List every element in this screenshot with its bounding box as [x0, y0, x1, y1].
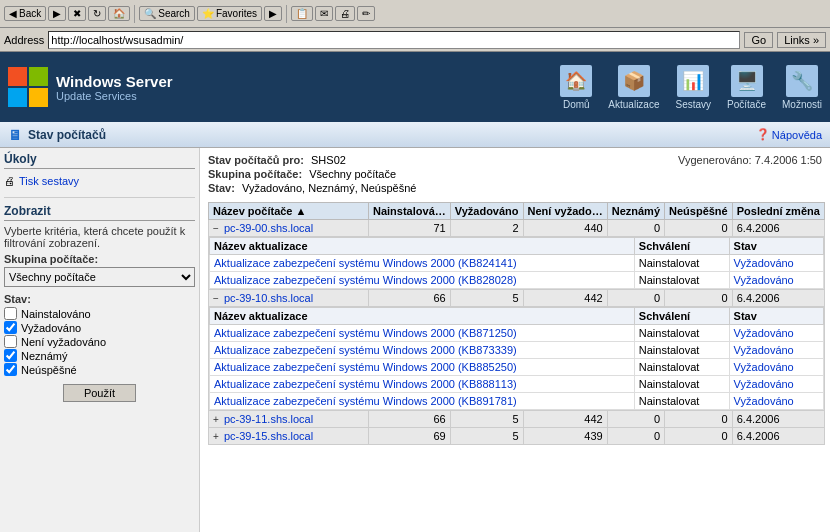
go-button[interactable]: Go: [744, 32, 773, 48]
print-link[interactable]: Tisk sestavy: [19, 175, 79, 187]
group-select[interactable]: Všechny počítače: [4, 267, 195, 287]
links-button[interactable]: Links »: [777, 32, 826, 48]
filter-description: Vyberte kritéria, která chcete použít k …: [4, 225, 195, 249]
search-button[interactable]: 🔍 Search: [139, 6, 195, 21]
failed-count: 0: [665, 411, 733, 428]
failed-checkbox[interactable]: [4, 363, 17, 376]
update-name-link[interactable]: Aktualizace zabezpečení systému Windows …: [214, 395, 517, 407]
mail-button[interactable]: ✉: [315, 6, 333, 21]
home-button[interactable]: 🏠: [108, 6, 130, 21]
logo-line1: Windows Server: [56, 73, 173, 90]
th-unknown[interactable]: Neznámý: [607, 203, 664, 220]
computer-name-link[interactable]: pc-39-10.shs.local: [224, 292, 313, 304]
th-installed[interactable]: Nainstalová…: [369, 203, 451, 220]
computer-name-link[interactable]: pc-39-11.shs.local: [224, 413, 313, 425]
table-header-row: Název počítače ▲ Nainstalová… Vyžadováno…: [209, 203, 825, 220]
computer-name-cell: + pc-39-11.shs.local: [209, 411, 369, 428]
update-state-cell: Vyžadováno: [729, 342, 823, 359]
group-info-label: Skupina počítače:: [208, 168, 302, 180]
refresh-button[interactable]: ↻: [88, 6, 106, 21]
update-name-link[interactable]: Aktualizace zabezpečení systému Windows …: [214, 327, 517, 339]
computer-name-link[interactable]: pc-39-15.shs.local: [224, 430, 313, 442]
help-link[interactable]: ❓ Nápověda: [756, 128, 822, 141]
update-state-link[interactable]: Vyžadováno: [734, 344, 794, 356]
update-approval-cell: Nainstalovat: [634, 272, 729, 289]
state-failed[interactable]: Neúspěšné: [4, 363, 195, 376]
update-state-link[interactable]: Vyžadováno: [734, 395, 794, 407]
computer-name-link[interactable]: pc-39-00.shs.local: [224, 222, 313, 234]
unknown-checkbox[interactable]: [4, 349, 17, 362]
update-state-cell: Vyžadováno: [729, 393, 823, 410]
address-url: http://localhost/wsusadmin/: [51, 34, 183, 46]
state-info-label: Stav:: [208, 182, 235, 194]
stop-button[interactable]: ✖: [68, 6, 86, 21]
edit-button[interactable]: ✏: [357, 6, 375, 21]
nav-options[interactable]: 🔧 Možnosti: [782, 65, 822, 110]
state-required[interactable]: Vyžadováno: [4, 321, 195, 334]
update-row: Aktualizace zabezpečení systému Windows …: [210, 272, 824, 289]
home-nav-icon: 🏠: [560, 65, 592, 97]
apply-button[interactable]: Použít: [63, 384, 136, 402]
update-row: Aktualizace zabezpečení systému Windows …: [210, 359, 824, 376]
printer-icon: 🖨: [4, 175, 15, 187]
update-name-link[interactable]: Aktualizace zabezpečení systému Windows …: [214, 274, 517, 286]
update-name-link[interactable]: Aktualizace zabezpečení systému Windows …: [214, 257, 517, 269]
update-state-link[interactable]: Vyžadováno: [734, 361, 794, 373]
update-name-link[interactable]: Aktualizace zabezpečení systému Windows …: [214, 361, 517, 373]
address-input[interactable]: http://localhost/wsusadmin/: [48, 31, 740, 49]
app-logo: Windows Server Update Services: [8, 67, 173, 107]
unknown-count: 0: [607, 428, 664, 445]
update-state-link[interactable]: Vyžadováno: [734, 327, 794, 339]
history-button[interactable]: 📋: [291, 6, 313, 21]
unknown-label: Neznámý: [21, 350, 67, 362]
help-label: Nápověda: [772, 129, 822, 141]
failed-count: 0: [665, 220, 733, 237]
computer-name-cell: − pc-39-00.shs.local: [209, 220, 369, 237]
unknown-count: 0: [607, 220, 664, 237]
state-installed[interactable]: Nainstalováno: [4, 307, 195, 320]
failed-label: Neúspěšné: [21, 364, 77, 376]
update-approval-cell: Nainstalovat: [634, 376, 729, 393]
expand-button[interactable]: +: [213, 414, 219, 425]
expand-button[interactable]: +: [213, 431, 219, 442]
group-label: Skupina počítače:: [4, 253, 195, 265]
update-state-link[interactable]: Vyžadováno: [734, 257, 794, 269]
svg-rect-1: [29, 67, 48, 86]
media-button[interactable]: ▶: [264, 6, 282, 21]
sub-header-row: Název aktualizace Schválení Stav: [210, 308, 824, 325]
required-label: Vyžadováno: [21, 322, 81, 334]
update-row: Aktualizace zabezpečení systému Windows …: [210, 255, 824, 272]
required-checkbox[interactable]: [4, 321, 17, 334]
state-not-required[interactable]: Není vyžadováno: [4, 335, 195, 348]
expand-button[interactable]: −: [213, 223, 219, 234]
update-state-link[interactable]: Vyžadováno: [734, 274, 794, 286]
back-button[interactable]: ◀ Back: [4, 6, 46, 21]
favorites-button[interactable]: ⭐ Favorites: [197, 6, 262, 21]
forward-button[interactable]: ▶: [48, 6, 66, 21]
nav-home[interactable]: 🏠 Domů: [560, 65, 592, 110]
nav-updates[interactable]: 📦 Aktualizace: [608, 65, 659, 110]
nav-reports[interactable]: 📊 Sestavy: [675, 65, 711, 110]
th-required[interactable]: Vyžadováno: [450, 203, 523, 220]
required-count: 5: [450, 290, 523, 307]
last-change-date: 6.4.2006: [732, 411, 824, 428]
update-name-link[interactable]: Aktualizace zabezpečení systému Windows …: [214, 378, 517, 390]
th-failed[interactable]: Neúspěšné: [665, 203, 733, 220]
content-area: Stav počítačů pro: SHS02 Skupina počítač…: [200, 148, 830, 532]
installed-checkbox[interactable]: [4, 307, 17, 320]
update-name-cell: Aktualizace zabezpečení systému Windows …: [210, 342, 635, 359]
expand-button[interactable]: −: [213, 293, 219, 304]
installed-label: Nainstalováno: [21, 308, 91, 320]
nav-icons: 🏠 Domů 📦 Aktualizace 📊 Sestavy 🖥️ Počíta…: [560, 65, 822, 110]
update-state-link[interactable]: Vyžadováno: [734, 378, 794, 390]
nav-updates-label: Aktualizace: [608, 99, 659, 110]
th-name[interactable]: Název počítače ▲: [209, 203, 369, 220]
nav-computers[interactable]: 🖥️ Počítače: [727, 65, 766, 110]
th-last-change[interactable]: Poslední změna: [732, 203, 824, 220]
state-unknown[interactable]: Neznámý: [4, 349, 195, 362]
update-name-link[interactable]: Aktualizace zabezpečení systému Windows …: [214, 344, 517, 356]
th-not-required[interactable]: Není vyžado…: [523, 203, 607, 220]
not-required-checkbox[interactable]: [4, 335, 17, 348]
print-item[interactable]: 🖨 Tisk sestavy: [4, 173, 195, 189]
print-button[interactable]: 🖨: [335, 6, 355, 21]
